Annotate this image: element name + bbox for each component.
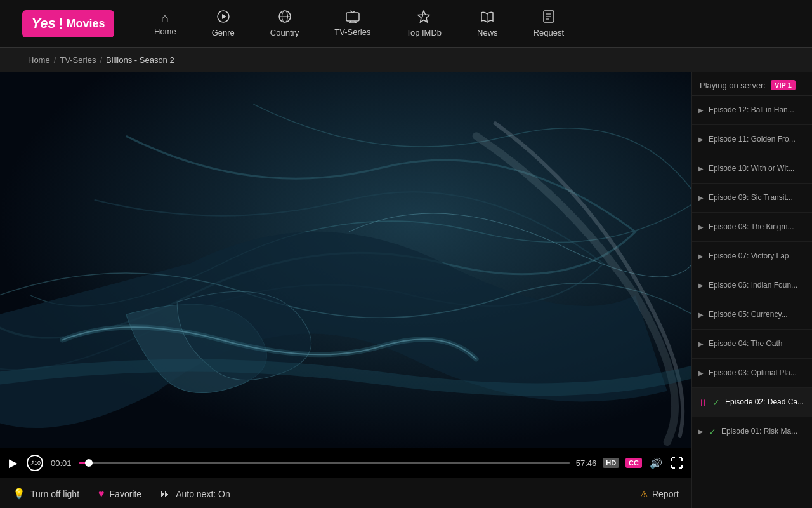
breadcrumb-sep2: /	[100, 55, 102, 65]
logo-exclaim: !	[58, 14, 64, 34]
episode-item-ep09[interactable]: ▶Episode 09: Sic Transit...	[692, 184, 812, 213]
auto-next-button[interactable]: ⏭ Auto next: On	[160, 488, 230, 500]
light-label: Turn off light	[30, 489, 79, 499]
favorite-label: Favorite	[110, 489, 142, 499]
replay-button[interactable]: ↺10	[25, 453, 44, 472]
video-frame[interactable]	[0, 72, 691, 448]
nav-home-label: Home	[154, 27, 176, 36]
episode-title: Episode 02: Dead Ca...	[725, 398, 804, 408]
episode-title: Episode 08: The Kingm...	[709, 222, 794, 232]
report-button[interactable]: ⚠ Report	[640, 489, 679, 499]
episode-item-ep10[interactable]: ▶Episode 10: With or Wit...	[692, 154, 812, 184]
video-controls: ▶ ↺10 00:01 57:46 HD CC 🔊	[0, 448, 691, 478]
svg-rect-5	[346, 13, 359, 21]
nav-country-label: Country	[270, 28, 299, 37]
episode-title: Episode 03: Optimal Pla...	[709, 368, 797, 378]
play-triangle-icon: ▶	[698, 282, 704, 289]
light-button[interactable]: 💡 Turn off light	[13, 488, 79, 500]
breadcrumb: Home / TV-Series / Billions - Season 2	[0, 48, 812, 72]
home-icon: ⌂	[161, 11, 169, 24]
nav-genre-label: Genre	[212, 28, 235, 37]
warning-icon: ⚠	[640, 489, 648, 499]
favorite-button[interactable]: ♥ Favorite	[98, 488, 141, 500]
heart-icon: ♥	[98, 488, 105, 500]
progress-thumb	[85, 459, 93, 467]
report-label: Report	[652, 489, 679, 499]
episode-item-ep12[interactable]: ▶Episode 12: Ball in Han...	[692, 96, 812, 125]
auto-next-icon: ⏭	[160, 488, 171, 500]
vip-badge: VIP 1	[771, 80, 796, 90]
main-nav: ⌂ Home Genre Country	[136, 0, 582, 47]
play-triangle-icon: ▶	[698, 311, 704, 318]
nav-news[interactable]: News	[459, 0, 516, 47]
nav-country[interactable]: Country	[252, 0, 317, 47]
play-triangle-icon: ▶	[698, 253, 704, 260]
play-triangle-icon: ▶	[698, 194, 704, 201]
episode-item-ep01[interactable]: ▶ ✓Episode 01: Risk Ma...	[692, 417, 812, 446]
volume-icon: 🔊	[650, 457, 662, 469]
nav-home[interactable]: ⌂ Home	[136, 0, 194, 47]
current-time: 00:01	[51, 458, 73, 468]
episode-title: Episode 07: Victory Lap	[709, 251, 789, 262]
volume-button[interactable]: 🔊	[648, 456, 664, 471]
nav-tv-series-label: TV-Series	[334, 27, 370, 37]
episode-sidebar: Playing on server: VIP 1 ▶Episode 12: Ba…	[691, 72, 812, 508]
episode-item-ep08[interactable]: ▶Episode 08: The Kingm...	[692, 213, 812, 242]
bottom-bar: 💡 Turn off light ♥ Favorite ⏭ Auto next:…	[0, 478, 691, 508]
genre-icon	[216, 10, 230, 25]
episode-item-ep02[interactable]: ⏸ ✓Episode 02: Dead Ca...	[692, 388, 812, 417]
logo-movies-text: Movies	[66, 17, 105, 30]
video-art	[0, 72, 691, 448]
episode-title: Episode 04: The Oath	[709, 339, 783, 349]
video-container: ▶ ↺10 00:01 57:46 HD CC 🔊	[0, 72, 691, 508]
episode-item-ep05[interactable]: ▶Episode 05: Currency...	[692, 300, 812, 330]
episode-item-ep11[interactable]: ▶Episode 11: Golden Fro...	[692, 125, 812, 154]
nav-tv-series[interactable]: TV-Series	[317, 0, 388, 47]
svg-marker-1	[222, 14, 226, 19]
replay-icon: ↺10	[29, 460, 41, 466]
play-triangle-icon: ▶	[698, 224, 704, 231]
nav-request[interactable]: Request	[516, 0, 582, 47]
play-triangle-icon: ▶	[698, 428, 704, 435]
episode-title: Episode 11: Golden Fro...	[709, 135, 796, 145]
episode-title: Episode 09: Sic Transit...	[709, 193, 793, 203]
logo[interactable]: Yes ! Movies	[22, 10, 114, 37]
episode-item-ep03[interactable]: ▶Episode 03: Optimal Pla...	[692, 359, 812, 388]
play-triangle-icon: ▶	[698, 107, 704, 114]
request-icon	[542, 10, 556, 25]
country-icon	[278, 10, 292, 25]
episode-title: Episode 06: Indian Foun...	[709, 281, 797, 291]
main-content: ▶ ↺10 00:01 57:46 HD CC 🔊	[0, 72, 812, 508]
nav-genre[interactable]: Genre	[194, 0, 252, 47]
pause-icon: ⏸	[698, 398, 707, 408]
episode-list: ▶Episode 12: Ball in Han...▶Episode 11: …	[692, 96, 812, 446]
nav-request-label: Request	[534, 28, 564, 37]
play-triangle-icon: ▶	[698, 165, 704, 172]
breadcrumb-home[interactable]: Home	[28, 55, 50, 65]
episode-item-ep06[interactable]: ▶Episode 06: Indian Foun...	[692, 271, 812, 300]
auto-next-label: Auto next: On	[176, 489, 230, 499]
server-header: Playing on server: VIP 1	[692, 72, 812, 96]
breadcrumb-tv-series[interactable]: TV-Series	[60, 55, 96, 65]
episode-title: Episode 05: Currency...	[709, 310, 788, 320]
episode-item-ep04[interactable]: ▶Episode 04: The Oath	[692, 330, 812, 359]
nav-top-imdb[interactable]: Top IMDb	[388, 0, 459, 47]
cc-badge[interactable]: CC	[625, 458, 642, 468]
logo-area[interactable]: Yes ! Movies	[0, 0, 136, 47]
server-label: Playing on server:	[700, 81, 766, 90]
episode-item-ep07[interactable]: ▶Episode 07: Victory Lap	[692, 242, 812, 271]
play-triangle-icon: ▶	[698, 370, 704, 377]
play-triangle-icon: ▶	[698, 340, 704, 347]
nav-news-label: News	[477, 28, 498, 37]
header: Yes ! Movies ⌂ Home Genre	[0, 0, 812, 48]
fullscreen-button[interactable]	[670, 456, 684, 470]
episode-title: Episode 10: With or Wit...	[709, 164, 794, 174]
logo-yes-text: Yes	[31, 15, 55, 32]
check-icon: ✓	[709, 427, 716, 437]
tv-series-icon	[346, 10, 360, 25]
news-icon	[480, 10, 494, 25]
progress-bar[interactable]	[79, 462, 570, 464]
play-button[interactable]: ▶	[8, 455, 19, 471]
hd-badge: HD	[603, 458, 619, 468]
breadcrumb-current: Billions - Season 2	[106, 55, 174, 65]
